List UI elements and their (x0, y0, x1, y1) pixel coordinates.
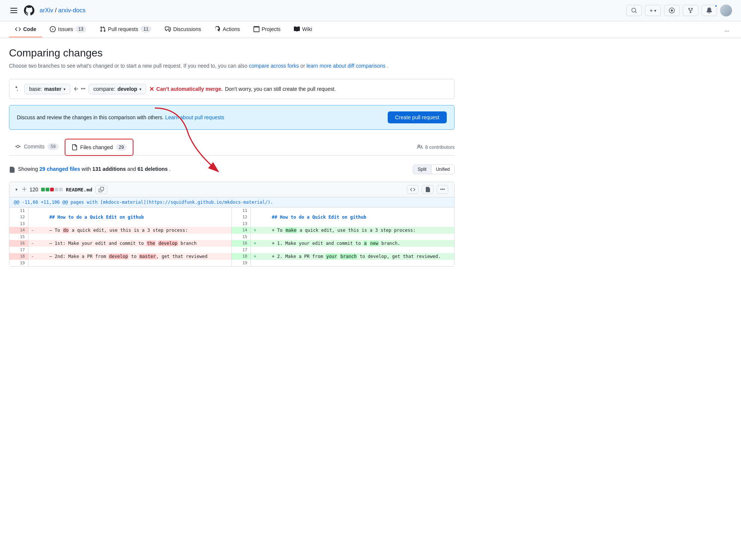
compare-label: compare: (93, 86, 115, 92)
line-num-left: 12 (9, 214, 28, 221)
tab-commits[interactable]: Commits 59 (9, 139, 65, 155)
diff-code: – To do a quick edit, use this is a 3 st… (36, 227, 231, 234)
nav-projects-label: Projects (262, 26, 281, 32)
table-row: 13 (9, 221, 231, 227)
copilot-button[interactable] (664, 5, 680, 16)
diff-sign: + (250, 253, 258, 260)
nav-tab-actions[interactable]: Actions (209, 22, 246, 37)
repo-name-link[interactable]: arxiv-docs (58, 7, 86, 13)
contributors-section: 8 contributors (417, 144, 455, 150)
new-button[interactable]: + ▾ (645, 5, 661, 16)
search-icon (631, 7, 637, 13)
unified-button[interactable]: Unified (431, 165, 454, 174)
copy-icon (99, 187, 104, 192)
wiki-icon (294, 26, 300, 32)
table-row: 19 (232, 260, 454, 266)
file-header-right: ••• (407, 185, 448, 194)
git-compare-icon (688, 7, 694, 13)
diff-sign (250, 234, 258, 240)
base-branch: master (44, 86, 61, 92)
table-row: 19 (9, 260, 231, 266)
copy-path-button[interactable] (95, 185, 107, 194)
compare-forks-link[interactable]: compare across forks (249, 63, 299, 69)
diff-sign (250, 214, 258, 221)
diff-sign: - (28, 240, 36, 247)
line-num-right: 13 (232, 221, 250, 227)
contributors-icon (417, 144, 423, 150)
nav-more-button[interactable]: ... (722, 24, 732, 36)
search-button[interactable] (626, 5, 642, 16)
code-icon (15, 26, 21, 32)
diff-sign (250, 260, 258, 266)
pr-icon (100, 26, 106, 32)
notification-dot (714, 4, 717, 7)
view-code-button[interactable] (407, 185, 419, 194)
hunk-header-text: @@ -11,66 +11,106 @@ pages with [mkdocs-… (14, 200, 273, 205)
learn-pr-link[interactable]: Learn about pull requests (165, 114, 224, 120)
diff-stat-num: 120 (30, 187, 38, 193)
base-label: base: (29, 86, 42, 92)
table-row: 18 + + 2. Make a PR from your branch to … (232, 253, 454, 260)
diff-code: ## How to do a Quick Edit on github (258, 214, 454, 221)
showing-prefix: Showing (18, 166, 40, 172)
split-button[interactable]: Split (413, 165, 431, 174)
diff-code (258, 207, 454, 214)
line-num-left: 11 (9, 207, 28, 214)
collapse-chevron[interactable]: ▾ (15, 187, 18, 192)
header-right: + ▾ (626, 4, 732, 16)
avatar[interactable] (720, 4, 732, 16)
nav-tab-code[interactable]: Code (9, 22, 42, 37)
subtitle-text-2: or (300, 63, 306, 69)
git-compare-button[interactable] (683, 5, 698, 16)
diff-sign (250, 247, 258, 253)
info-banner: Discuss and review the changes in this c… (9, 105, 455, 130)
file-diff-readme: ▾ 120 README.md (9, 182, 455, 267)
tab-files-changed[interactable]: Files changed 29 (65, 139, 134, 156)
create-pr-button[interactable]: Create pull request (388, 111, 447, 123)
learn-more-link[interactable]: learn more about diff comparisons (307, 63, 385, 69)
actions-icon (215, 26, 221, 32)
diff-code (258, 247, 454, 253)
file-more-button[interactable]: ••• (437, 185, 448, 194)
files-count-link[interactable]: 29 changed files (39, 166, 80, 172)
merge-error-text: Can't automatically merge. (156, 86, 223, 92)
compare-branch-select[interactable]: compare: develop ▾ (89, 84, 146, 94)
view-file-button[interactable] (422, 185, 434, 194)
nav-tab-wiki[interactable]: Wiki (288, 22, 318, 37)
merge-note-text: Don't worry, you can still create the pu… (225, 86, 336, 92)
line-num-right: 15 (232, 234, 250, 240)
table-row: 14 + + To make a quick edit, use this is… (232, 227, 454, 234)
base-branch-select[interactable]: base: master ▾ (24, 84, 70, 94)
nav-code-label: Code (23, 26, 36, 32)
files-changed-count: 29 (116, 144, 127, 151)
notifications-button[interactable] (701, 5, 717, 16)
contributors-text: 8 contributors (425, 144, 455, 150)
line-num-left: 19 (9, 260, 28, 266)
diff-code: – 2nd: Make a PR from develop to master,… (36, 253, 231, 260)
error-x-icon: ✕ (149, 86, 154, 93)
github-logo[interactable] (23, 4, 35, 16)
diff-sign: + (250, 240, 258, 247)
commits-count: 59 (47, 143, 58, 150)
table-row: 16 + + 1. Make your edit and commit to a… (232, 240, 454, 247)
repo-owner-link[interactable]: arXiv (40, 7, 53, 13)
nav-tab-pr[interactable]: Pull requests 11 (94, 21, 157, 38)
diff-code: + 2. Make a PR from your branch to devel… (258, 253, 454, 260)
nav-tab-projects[interactable]: Projects (247, 22, 287, 37)
plus-icon: + (650, 7, 653, 13)
nav-tab-discussions[interactable]: Discussions (159, 22, 207, 37)
line-num-right: 19 (232, 260, 250, 266)
subtitle-text-1: Choose two branches to see what's change… (9, 63, 247, 69)
ellipsis-icon: ••• (81, 86, 86, 92)
page-title: Comparing changes (9, 47, 455, 59)
diff-code (36, 234, 231, 240)
line-num-left: 17 (9, 247, 28, 253)
diff-code: + 1. Make your edit and commit to a new … (258, 240, 454, 247)
hamburger-menu[interactable] (9, 6, 19, 15)
table-row: 15 (232, 234, 454, 240)
line-num-left: 14 (9, 227, 28, 234)
nav-tab-issues[interactable]: Issues 13 (44, 21, 92, 38)
line-num-left: 18 (9, 253, 28, 260)
swap-branches-button[interactable]: ••• (73, 86, 86, 92)
discussions-icon (165, 26, 171, 32)
